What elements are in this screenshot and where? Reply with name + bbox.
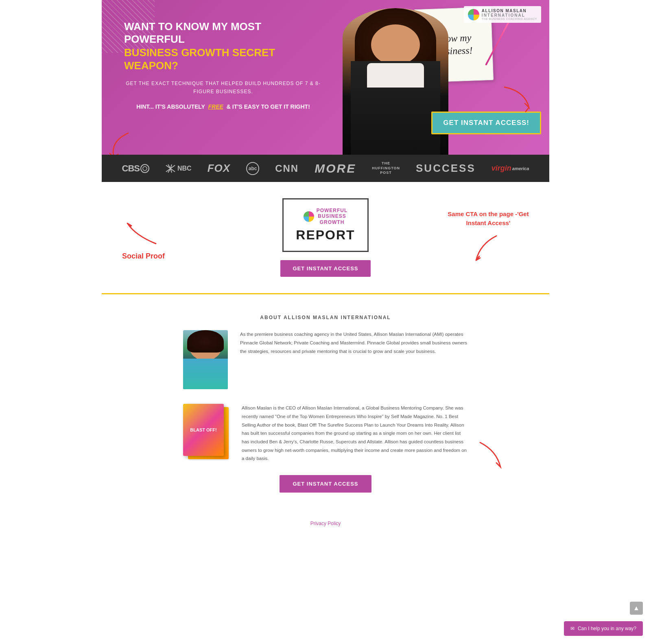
media-logo-success: SUCCESS (416, 162, 476, 175)
hero-title-yellow: BUSINESS GROWTH SECRET WEAPON? (124, 46, 322, 72)
logo-tagline: THE BUSINESS COACHING AGENCY (482, 18, 537, 20)
right-arrow-icon (496, 83, 537, 116)
book-front: BLAST OFF! (183, 404, 224, 456)
logo-area: ALLISON MASLAN INTERNATIONAL THE BUSINES… (464, 6, 541, 23)
report-logo-circle (304, 211, 314, 222)
middle-section: Social Proof POWERFUL BUSINESS GROWTH RE… (102, 182, 549, 294)
hero-hint: HINT... IT'S ABSOLUTELY FREE & IT'S EASY… (124, 102, 322, 112)
social-proof-arrow-icon (123, 215, 164, 248)
hint-free: FREE (208, 103, 223, 110)
report-title-line1: POWERFUL (317, 208, 348, 213)
about-title: ABOUT ALLISON MASLAN INTERNATIONAL (134, 315, 517, 320)
hint-text: IT'S ABSOLUTELY (155, 103, 205, 110)
media-logo-abc: abc (246, 162, 259, 175)
media-logo-fox: FOX (208, 162, 230, 175)
book-title-text: BLAST OFF! (190, 427, 216, 433)
same-cta-label: Same CTA on the page -'Get Instant Acces… (448, 209, 529, 228)
hint-bold: HINT... (136, 103, 154, 110)
left-cta-annotation: What will you get if you click on the CT… (106, 129, 179, 155)
social-proof-annotation: Social Proof (122, 215, 165, 260)
report-title-line2: BUSINESS (317, 213, 348, 219)
report-title-line3: GROWTH (317, 219, 348, 225)
media-bar: CBS NBC FOX abc CNN MORE THEHUFFINGTONPO… (102, 155, 549, 182)
hero-cta-container: GET INSTANT ACCESS! (431, 112, 541, 134)
hero-container: WANT TO KNOW MY MOST POWERFUL BUSINESS G… (102, 0, 549, 155)
logo-name: ALLISON MASLAN (482, 9, 537, 13)
hint-rest: & IT'S EASY TO GET IT RIGHT! (227, 103, 310, 110)
hero-left-content: WANT TO KNOW MY MOST POWERFUL BUSINESS G… (102, 0, 334, 155)
logo-circle-icon (468, 9, 479, 20)
media-logo-nbc: NBC (165, 164, 192, 173)
social-proof-label: Social Proof (122, 252, 165, 260)
hero-subtitle: GET THE EXACT TECHNIQUE THAT HELPED BUIL… (124, 79, 322, 96)
hero-right-content: Grow my Business! GE (334, 0, 549, 155)
media-logo-cnn: CNN (275, 163, 299, 174)
same-cta-annotation: Same CTA on the page -'Get Instant Acces… (448, 209, 529, 266)
pen-decoration (485, 22, 509, 66)
about-section: ABOUT ALLISON MASLAN INTERNATIONAL As th… (102, 294, 549, 513)
svg-point-0 (141, 164, 149, 173)
privacy-section: Privacy Policy (102, 513, 549, 533)
bottom-cta-button[interactable]: GET INSTANT ACCESS (280, 475, 371, 493)
about-bio-text: As the premiere business coaching agency… (240, 330, 468, 355)
logo-line2: INTERNATIONAL (482, 13, 537, 18)
hero-title-white: WANT TO KNOW MY MOST POWERFUL (124, 20, 322, 46)
media-logo-more: MORE (315, 162, 356, 175)
report-container: POWERFUL BUSINESS GROWTH REPORT GET INST… (280, 198, 370, 277)
about-bio-full: Allison Maslan is the CEO of Allison Mas… (242, 404, 468, 463)
privacy-link[interactable]: Privacy Policy (310, 521, 341, 526)
report-title-block: POWERFUL BUSINESS GROWTH (317, 208, 348, 225)
report-box: POWERFUL BUSINESS GROWTH REPORT (282, 198, 368, 252)
bottom-cta-container: GET INSTANT ACCESS (134, 475, 517, 493)
about-person-photo (183, 330, 228, 389)
same-cta-arrow-icon (472, 232, 505, 264)
middle-cta-button[interactable]: GET INSTANT ACCESS (280, 260, 370, 277)
report-word: REPORT (296, 228, 355, 243)
bottom-arrow-icon (472, 438, 505, 471)
about-bio-intro: As the premiere business coaching agency… (240, 330, 468, 389)
book-stack: BLAST OFF! (183, 404, 232, 461)
media-logo-huffpost: THEHUFFINGTONPOST (372, 161, 400, 175)
media-logo-cbs: CBS (122, 163, 149, 174)
bio-row: BLAST OFF! Allison Maslan is the CEO of … (183, 404, 468, 463)
media-logo-virgin: virgin america (492, 164, 529, 173)
left-arrow-icon (106, 129, 130, 155)
hero-section: ALLISON MASLAN INTERNATIONAL THE BUSINES… (102, 0, 549, 155)
about-main-row: As the premiere business coaching agency… (183, 330, 468, 389)
svg-point-1 (143, 166, 147, 171)
logo-text: ALLISON MASLAN INTERNATIONAL THE BUSINES… (482, 9, 537, 20)
